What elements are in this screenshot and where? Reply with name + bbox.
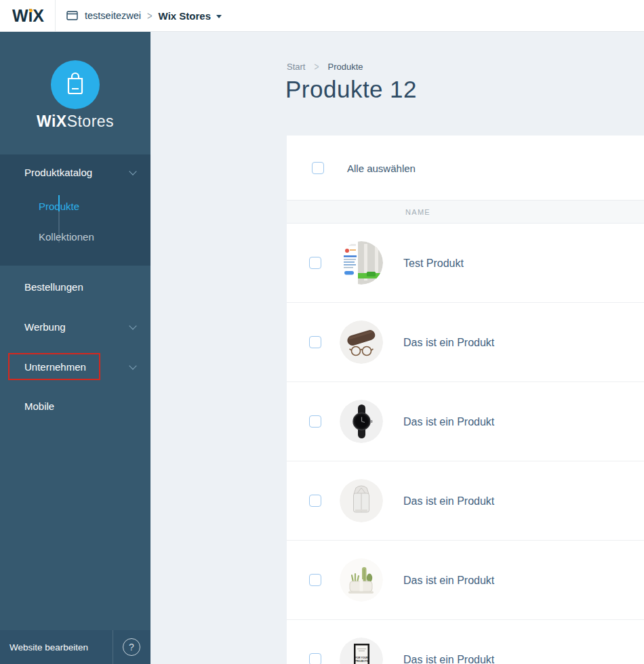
app-name-dropdown[interactable]: Wix Stores bbox=[159, 10, 211, 22]
table-header: NAME bbox=[287, 200, 644, 224]
product-checkbox[interactable] bbox=[309, 653, 321, 664]
product-name: Das ist ein Produkt bbox=[403, 416, 494, 428]
breadcrumb-separator: > bbox=[314, 60, 319, 73]
wix-logo[interactable]: WiX bbox=[12, 7, 44, 24]
product-row[interactable]: Das ist ein Produkt bbox=[287, 382, 644, 461]
product-name: Test Produkt bbox=[403, 257, 464, 270]
product-row[interactable]: FOR YOURPROJECTS Das ist ein Produkt bbox=[287, 620, 644, 664]
select-all-label: Alle auswählen bbox=[347, 163, 416, 174]
product-table-body: Test Produkt Das ist ein Produkt Das ist… bbox=[287, 224, 644, 664]
chevron-down-icon[interactable] bbox=[129, 322, 136, 329]
sidebar: WiXStores Produktkatalog Produkte Kollek… bbox=[0, 31, 150, 664]
edit-website-button[interactable]: Website bearbeiten bbox=[9, 630, 88, 664]
wix-logo-dot-icon bbox=[29, 9, 33, 12]
breadcrumb-current: Produkte bbox=[327, 62, 363, 72]
product-checkbox[interactable] bbox=[309, 495, 321, 507]
select-all-row: Alle auswählen bbox=[287, 136, 644, 200]
help-button[interactable]: ? bbox=[123, 638, 140, 656]
product-checkbox[interactable] bbox=[309, 574, 321, 586]
product-row[interactable]: Das ist ein Produkt bbox=[287, 303, 644, 382]
product-checkbox[interactable] bbox=[309, 257, 321, 269]
browser-window-icon bbox=[66, 11, 78, 20]
product-name: Das ist ein Produkt bbox=[403, 495, 494, 507]
sidebar-item-mobile[interactable]: Mobile bbox=[24, 400, 54, 413]
product-name: Das ist ein Produkt bbox=[403, 337, 494, 349]
product-checkbox[interactable] bbox=[309, 415, 321, 428]
product-name: Das ist ein Produkt bbox=[403, 575, 494, 587]
product-name: Das ist ein Produkt bbox=[403, 654, 494, 664]
product-checkbox[interactable] bbox=[309, 336, 321, 348]
sidebar-footer: Website bearbeiten ? bbox=[0, 630, 150, 664]
cactus-planter-product-image bbox=[340, 558, 383, 602]
sidebar-item-produktkatalog[interactable]: Produktkatalog bbox=[24, 166, 92, 179]
backpack-product-image bbox=[340, 479, 383, 522]
name-column-header: NAME bbox=[405, 201, 430, 223]
svg-text:FOR YOUR: FOR YOUR bbox=[355, 657, 368, 659]
wordmark-stores: Stores bbox=[67, 112, 114, 130]
framed-poster-product-image: FOR YOURPROJECTS bbox=[340, 638, 383, 664]
product-row[interactable]: Das ist ein Produkt bbox=[287, 461, 644, 541]
breadcrumb-start-link[interactable]: Start bbox=[287, 62, 305, 72]
glasses-case-product-image bbox=[340, 320, 383, 364]
webpage-screenshot-product-image bbox=[340, 241, 383, 285]
watch-product-image bbox=[340, 400, 383, 443]
site-name-link[interactable]: testseitezwei bbox=[85, 10, 141, 21]
select-all-checkbox[interactable] bbox=[312, 162, 324, 174]
topbar-breadcrumb-separator: > bbox=[147, 9, 153, 22]
wix-stores-wordmark: WiXStores bbox=[0, 112, 150, 131]
top-bar: WiX testseitezwei > Wix Stores bbox=[0, 0, 644, 32]
sidebar-item-werbung[interactable]: Werbung bbox=[24, 320, 66, 333]
wix-logo-text: WiX bbox=[12, 6, 44, 25]
chevron-down-icon[interactable] bbox=[129, 362, 136, 369]
footer-divider bbox=[113, 630, 113, 664]
wix-stores-logo[interactable] bbox=[51, 60, 100, 109]
topbar-divider bbox=[55, 0, 56, 31]
shopping-bag-icon bbox=[64, 70, 87, 99]
page-title-label: Produkte bbox=[285, 76, 383, 102]
products-panel: Alle auswählen NAME Test Produkt Das ist… bbox=[287, 136, 644, 664]
sidebar-item-bestellungen[interactable]: Bestellungen bbox=[24, 281, 83, 293]
breadcrumb: Start > Produkte bbox=[287, 62, 363, 72]
wordmark-wix: WiX bbox=[37, 112, 67, 130]
product-row[interactable]: Das ist ein Produkt bbox=[287, 541, 644, 620]
chevron-down-icon[interactable] bbox=[216, 15, 222, 18]
sidebar-item-kollektionen[interactable]: Kollektionen bbox=[39, 230, 94, 243]
svg-text:PROJECTS: PROJECTS bbox=[355, 660, 369, 663]
page-title: Produkte12 bbox=[285, 76, 417, 103]
product-count: 12 bbox=[390, 76, 417, 102]
sidebar-item-produkte[interactable]: Produkte bbox=[39, 200, 79, 213]
main-content: Start > Produkte Produkte12 Alle auswähl… bbox=[150, 31, 644, 664]
product-row[interactable]: Test Produkt bbox=[287, 224, 644, 303]
sidebar-item-unternehmen[interactable]: Unternehmen bbox=[24, 360, 86, 373]
